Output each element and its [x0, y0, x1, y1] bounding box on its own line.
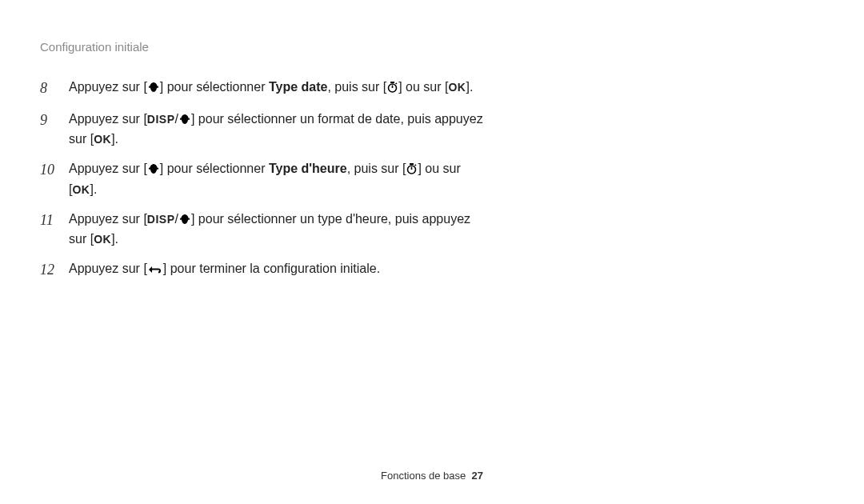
step-body: Appuyez sur [DISP/] pour sélectionner un…: [69, 210, 488, 248]
macro-icon: [179, 211, 190, 230]
step-list: 8 Appuyez sur [] pour sélectionner Type …: [40, 78, 488, 280]
manual-page: Configuration initiale 8 Appuyez sur [] …: [0, 0, 864, 504]
step-body: Appuyez sur [] pour sélectionner Type d'…: [69, 159, 488, 198]
bold-type-date: Type date: [269, 80, 328, 94]
step-number: 8: [40, 78, 69, 98]
disp-icon: DISP: [147, 113, 175, 126]
step-number: 9: [40, 110, 69, 130]
back-icon: [148, 261, 162, 279]
step-10: 10 Appuyez sur [] pour sélectionner Type…: [40, 159, 488, 198]
svg-rect-0: [390, 82, 394, 83]
step-9: 9 Appuyez sur [DISP/] pour sélectionner …: [40, 110, 488, 148]
footer-page-number: 27: [472, 470, 483, 482]
macro-icon: [148, 161, 159, 179]
step-number: 10: [40, 159, 69, 180]
step-number: 11: [40, 210, 69, 230]
svg-rect-4: [410, 163, 414, 165]
ok-icon: OK: [448, 81, 466, 94]
page-footer: Fonctions de base 27: [0, 470, 864, 482]
macro-icon: [179, 111, 190, 130]
step-body: Appuyez sur [DISP/] pour sélectionner un…: [69, 110, 488, 148]
macro-icon: [148, 79, 159, 98]
bold-type-heure: Type d'heure: [269, 162, 347, 175]
ok-icon: OK: [94, 233, 111, 246]
step-11: 11 Appuyez sur [DISP/] pour sélectionner…: [40, 210, 488, 248]
ok-icon: OK: [72, 183, 90, 196]
step-body: Appuyez sur [] pour terminer la configur…: [69, 259, 488, 279]
svg-line-3: [396, 83, 398, 84]
svg-line-7: [415, 165, 417, 166]
page-header: Configuration initiale: [40, 40, 824, 54]
header-title: Configuration initiale: [40, 40, 149, 54]
step-12: 12 Appuyez sur [] pour terminer la confi…: [40, 259, 488, 280]
footer-section: Fonctions de base: [381, 470, 466, 482]
timer-icon: [387, 79, 398, 98]
step-number: 12: [40, 259, 69, 280]
ok-icon: OK: [94, 133, 111, 146]
step-body: Appuyez sur [] pour sélectionner Type da…: [69, 78, 488, 98]
step-8: 8 Appuyez sur [] pour sélectionner Type …: [40, 78, 488, 98]
disp-icon: DISP: [147, 213, 175, 226]
timer-icon: [406, 161, 417, 179]
